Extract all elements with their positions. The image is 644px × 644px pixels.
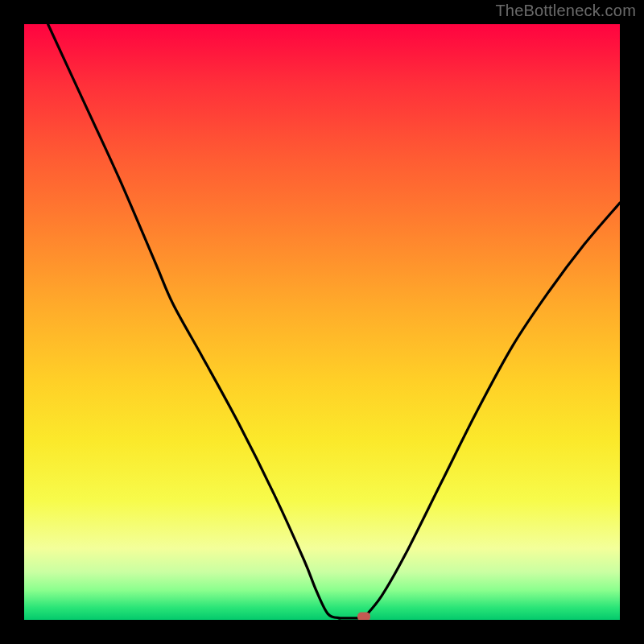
watermark-text: TheBottleneck.com bbox=[495, 2, 636, 20]
curve-svg bbox=[24, 24, 620, 620]
optimal-point-marker bbox=[357, 612, 370, 620]
plot-area bbox=[24, 24, 620, 620]
chart-frame: TheBottleneck.com bbox=[0, 0, 644, 644]
bottleneck-curve bbox=[48, 24, 620, 620]
